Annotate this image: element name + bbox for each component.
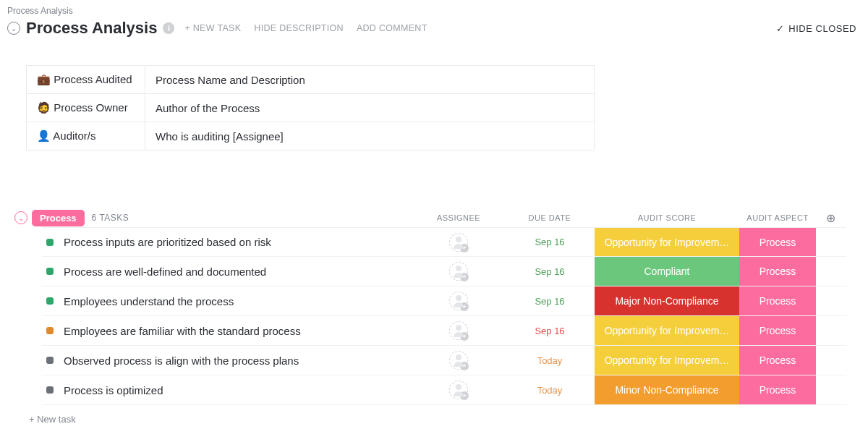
description-label[interactable]: 👤 Auditor/s	[27, 122, 145, 150]
assignee-cell[interactable]: +	[412, 286, 505, 315]
description-table: 💼 Process AuditedProcess Name and Descri…	[26, 65, 595, 150]
hide-description-button[interactable]: HIDE DESCRIPTION	[254, 23, 344, 33]
collapse-icon[interactable]: ⌄	[7, 22, 20, 35]
audit-score-cell[interactable]: Minor Non-Compliance	[595, 375, 739, 404]
add-assignee-icon[interactable]: +	[460, 244, 469, 252]
description-value[interactable]: Author of the Process	[145, 94, 595, 122]
add-assignee-icon[interactable]: +	[460, 273, 469, 281]
audit-aspect-cell[interactable]: Process	[739, 346, 816, 375]
description-row: 💼 Process AuditedProcess Name and Descri…	[27, 66, 595, 94]
task-row[interactable]: Process are well-defined and documented+…	[42, 257, 846, 286]
add-comment-button[interactable]: ADD COMMENT	[357, 23, 427, 33]
description-label[interactable]: 🧔 Process Owner	[27, 94, 145, 122]
audit-aspect-badge: Process	[739, 286, 816, 315]
due-date-cell[interactable]: Sep 16	[505, 316, 595, 345]
audit-aspect-badge: Process	[739, 346, 816, 375]
new-task-row[interactable]: + New task	[14, 405, 846, 425]
column-header-audit-score[interactable]: AUDIT SCORE	[595, 213, 739, 222]
row-trailing-cell	[816, 228, 846, 256]
due-date-cell[interactable]: Today	[505, 346, 595, 375]
assignee-placeholder-icon[interactable]: +	[449, 292, 468, 310]
description-label[interactable]: 💼 Process Audited	[27, 66, 145, 94]
task-section: ⌄ Process 6 TASKS ASSIGNEE DUE DATE AUDI…	[0, 208, 868, 425]
task-row[interactable]: Employees understand the process+Sep 16M…	[42, 286, 846, 316]
audit-score-cell[interactable]: Opportunity for Improvem…	[595, 316, 739, 345]
task-row[interactable]: Process is optimized+TodayMinor Non-Comp…	[42, 375, 846, 405]
hide-closed-label: HIDE CLOSED	[788, 23, 856, 34]
task-title[interactable]: Employees understand the process	[64, 295, 412, 307]
assignee-placeholder-icon[interactable]: +	[449, 381, 468, 399]
task-row[interactable]: Observed process is align with the proce…	[42, 346, 846, 375]
status-bullet[interactable]	[46, 239, 54, 246]
audit-aspect-badge: Process	[739, 375, 816, 404]
due-date-cell[interactable]: Sep 16	[505, 228, 595, 256]
audit-aspect-cell[interactable]: Process	[739, 375, 816, 404]
page-title: Process Analysis	[26, 19, 157, 38]
add-assignee-icon[interactable]: +	[460, 391, 469, 400]
info-icon[interactable]: i	[163, 22, 174, 34]
task-title[interactable]: Process is optimized	[64, 384, 412, 396]
due-date-cell[interactable]: Sep 16	[505, 257, 595, 286]
add-assignee-icon[interactable]: +	[460, 362, 469, 370]
status-bullet[interactable]	[46, 297, 54, 305]
assignee-placeholder-icon[interactable]: +	[449, 233, 468, 252]
assignee-cell[interactable]: +	[412, 257, 505, 286]
audit-aspect-badge: Process	[739, 316, 816, 345]
column-header-audit-aspect[interactable]: AUDIT ASPECT	[739, 213, 816, 222]
assignee-cell[interactable]: +	[412, 375, 505, 404]
status-bullet[interactable]	[46, 268, 54, 275]
audit-score-badge: Compliant	[595, 257, 739, 286]
column-header-due-date[interactable]: DUE DATE	[505, 213, 595, 222]
section-header: ⌄ Process 6 TASKS ASSIGNEE DUE DATE AUDI…	[14, 208, 846, 227]
row-trailing-cell	[816, 375, 846, 404]
audit-score-cell[interactable]: Opportunity for Improvem…	[595, 228, 739, 256]
page-header: ⌄ Process Analysis i + NEW TASK HIDE DES…	[0, 16, 868, 43]
description-value[interactable]: Process Name and Description	[145, 66, 595, 94]
audit-aspect-cell[interactable]: Process	[739, 316, 816, 345]
assignee-placeholder-icon[interactable]: +	[449, 262, 468, 281]
task-title[interactable]: Observed process is align with the proce…	[64, 354, 412, 367]
task-row[interactable]: Process inputs are prioritized based on …	[42, 227, 846, 257]
check-icon: ✓	[776, 23, 785, 34]
column-header-assignee[interactable]: ASSIGNEE	[412, 213, 505, 222]
description-row: 🧔 Process OwnerAuthor of the Process	[27, 94, 595, 122]
task-title[interactable]: Employees are familiar with the standard…	[64, 325, 412, 337]
add-column-icon[interactable]: ⊕	[826, 212, 836, 224]
row-trailing-cell	[816, 257, 846, 286]
audit-score-badge: Minor Non-Compliance	[595, 375, 739, 404]
audit-score-badge: Opportunity for Improvem…	[595, 346, 739, 375]
add-assignee-icon[interactable]: +	[460, 332, 469, 341]
audit-aspect-badge: Process	[739, 228, 816, 256]
task-title[interactable]: Process are well-defined and documented	[64, 266, 412, 278]
section-collapse-icon[interactable]: ⌄	[14, 211, 27, 224]
audit-aspect-cell[interactable]: Process	[739, 228, 816, 256]
assignee-cell[interactable]: +	[412, 316, 505, 345]
due-date-cell[interactable]: Today	[505, 375, 595, 404]
assignee-cell[interactable]: +	[412, 228, 505, 256]
hide-closed-toggle[interactable]: ✓ HIDE CLOSED	[776, 23, 861, 34]
audit-score-cell[interactable]: Opportunity for Improvem…	[595, 346, 739, 375]
status-bullet[interactable]	[46, 357, 54, 364]
task-list: Process inputs are prioritized based on …	[42, 227, 846, 405]
audit-aspect-cell[interactable]: Process	[739, 257, 816, 286]
audit-score-badge: Major Non-Compliance	[595, 286, 739, 315]
row-trailing-cell	[816, 286, 846, 315]
breadcrumb[interactable]: Process Analysis	[0, 0, 868, 16]
audit-score-cell[interactable]: Compliant	[595, 257, 739, 286]
audit-score-badge: Opportunity for Improvem…	[595, 228, 739, 256]
new-task-button[interactable]: + NEW TASK	[184, 23, 241, 33]
status-bullet[interactable]	[46, 327, 54, 334]
assignee-cell[interactable]: +	[412, 346, 505, 375]
description-value[interactable]: Who is auditing [Assignee]	[145, 122, 595, 150]
status-pill[interactable]: Process	[32, 210, 85, 226]
task-row[interactable]: Employees are familiar with the standard…	[42, 316, 846, 346]
assignee-placeholder-icon[interactable]: +	[449, 321, 468, 340]
task-title[interactable]: Process inputs are prioritized based on …	[64, 236, 412, 248]
status-bullet[interactable]	[46, 386, 54, 394]
assignee-placeholder-icon[interactable]: +	[449, 351, 468, 370]
audit-aspect-cell[interactable]: Process	[739, 286, 816, 315]
add-assignee-icon[interactable]: +	[460, 302, 469, 311]
task-count-label: 6 TASKS	[92, 213, 129, 223]
audit-score-cell[interactable]: Major Non-Compliance	[595, 286, 739, 315]
due-date-cell[interactable]: Sep 16	[505, 286, 595, 315]
